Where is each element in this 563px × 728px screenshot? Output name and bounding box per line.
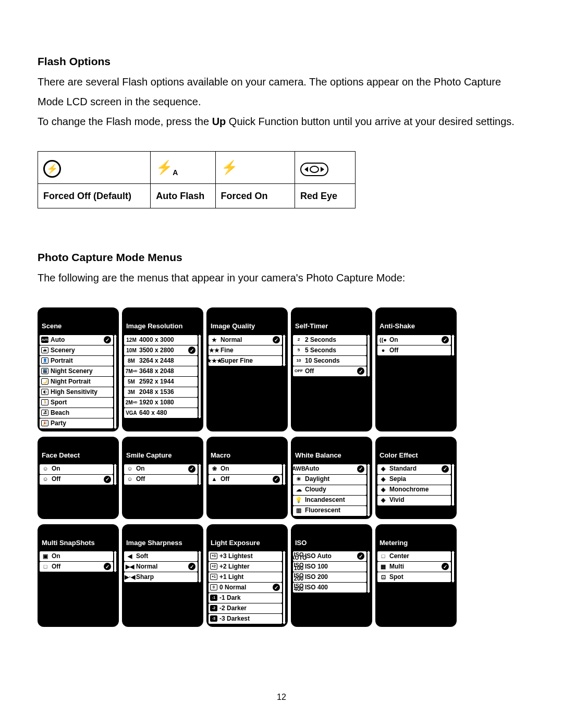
menu-item[interactable]: 3M 2048 x 1536 (124, 387, 198, 397)
menu-item[interactable]: 12M 4000 x 3000 (124, 335, 198, 345)
menu-item[interactable]: ❀ On (209, 464, 282, 474)
menu-item[interactable]: ▶◀ Normal ✓ (124, 562, 198, 572)
scrollbar[interactable] (283, 464, 285, 485)
menu-item[interactable]: ▲ Off ✓ (209, 475, 282, 485)
selected-check-icon: ✓ (104, 476, 111, 483)
menu-item[interactable]: ⊡ Spot (377, 572, 451, 582)
menu-item[interactable]: 🏖 Beach (40, 408, 113, 418)
red-eye-icon (300, 163, 328, 176)
menu-item[interactable]: 10 10 Seconds (293, 356, 366, 366)
menu-item[interactable]: 2MHD 1920 x 1080 (124, 398, 198, 408)
menu-item[interactable]: ◈ Standard ✓ (377, 464, 451, 474)
menu-item[interactable]: ★★★ Super Fine (209, 356, 282, 366)
selected-check-icon: ✓ (273, 476, 280, 483)
menu-item[interactable]: 🌃 Night Scenery (40, 366, 113, 376)
menu-item[interactable]: ★ Normal ✓ (209, 335, 282, 345)
menu-item[interactable]: AUTO Auto ✓ (40, 335, 113, 345)
menu-item[interactable]: -1 -1 Dark (209, 593, 282, 603)
menu-item[interactable]: ☺ On (40, 464, 113, 474)
menu-item[interactable]: ● Off (377, 346, 451, 355)
selected-check-icon: ✓ (442, 465, 449, 473)
scrollbar[interactable] (199, 551, 201, 582)
menu-item-label: ISO 400 (305, 582, 365, 594)
flash-on-label: Forced On (215, 184, 295, 208)
item-icon: ☀ (295, 474, 303, 485)
menu-item[interactable]: 7MHD 3648 x 2048 (124, 366, 198, 376)
menu-item[interactable]: +3 +3 Lightest (209, 551, 282, 561)
menu-item[interactable]: -2 -2 Darker (209, 603, 282, 613)
item-icon: AWB (295, 463, 303, 474)
menu-item[interactable]: 💡 Incandescent (293, 496, 366, 505)
selected-check-icon: ✓ (357, 367, 364, 375)
menu-item[interactable]: 10M 3500 x 2800 ✓ (124, 346, 198, 355)
menu-item[interactable]: ◀ Soft (124, 551, 198, 561)
menu-item[interactable]: VGA 640 x 480 (124, 408, 198, 418)
menu-item[interactable]: ((● On ✓ (377, 335, 451, 345)
scrollbar[interactable] (114, 551, 116, 572)
menu-item[interactable]: ★★ Fine (209, 346, 282, 355)
menu-item[interactable]: 0 0 Normal ✓ (209, 583, 282, 593)
scrollbar[interactable] (114, 464, 116, 485)
menu-title: Image Sharpness (124, 536, 201, 552)
menu-macro: Macro ❀ On ▲ Off ✓ (206, 437, 288, 519)
scrollbar[interactable] (452, 335, 454, 355)
menu-item[interactable]: □ Center (377, 551, 451, 561)
menu-item[interactable]: ☀ Daylight (293, 475, 366, 485)
menu-item[interactable]: ◐ High Sensitivity (40, 387, 113, 397)
menu-item[interactable]: ☺ On ✓ (124, 464, 198, 474)
menu-item[interactable]: ☺ Off (124, 475, 198, 485)
menu-item[interactable]: □ Off ✓ (40, 562, 113, 572)
menu-item[interactable]: ISO100 ISO 100 (293, 562, 366, 572)
menu-item[interactable]: ▥ Fluorescent (293, 506, 366, 516)
menu-item[interactable]: ☁ Cloudy (293, 485, 366, 495)
resolution-prefix-icon: 5M (126, 377, 137, 387)
scrollbar[interactable] (199, 464, 201, 485)
scrollbar[interactable] (452, 464, 454, 505)
menu-item[interactable]: ISO200 ISO 200 (293, 572, 366, 582)
menu-item[interactable]: ▦ Multi ✓ (377, 562, 451, 572)
bold-up: Up (212, 116, 226, 127)
menu-item[interactable]: ☺ Off ✓ (40, 475, 113, 485)
menu-item-label: Fluorescent (305, 504, 365, 516)
scrollbar[interactable] (368, 464, 370, 516)
scrollbar[interactable] (368, 551, 370, 593)
item-icon: □ (41, 561, 50, 572)
menu-title: Macro (209, 448, 286, 464)
menu-item[interactable]: +1 +1 Light (209, 572, 282, 582)
scrollbar[interactable] (283, 335, 285, 366)
scrollbar[interactable] (368, 335, 370, 376)
menu-item[interactable]: ISO400 ISO 400 (293, 583, 366, 593)
menu-item[interactable]: 2 2 Seconds (293, 335, 366, 345)
scrollbar[interactable] (283, 551, 285, 624)
menu-item[interactable]: ▶·◀ Sharp (124, 572, 198, 582)
menu-item[interactable]: ▣ On (40, 551, 113, 561)
menu-item[interactable]: AWB Auto ✓ (293, 464, 366, 474)
menu-item[interactable]: +2 +2 Lighter (209, 562, 282, 572)
scrollbar[interactable] (199, 335, 201, 418)
menu-whitebalance: White Balance AWB Auto ✓ ☀ Daylight ☁ Cl… (291, 437, 372, 519)
menu-item-label: Off (221, 473, 271, 485)
menu-item[interactable]: 🏃 Sport (40, 398, 113, 408)
menu-item[interactable]: ISOAUTO ISO Auto ✓ (293, 551, 366, 561)
menu-item[interactable]: 🎉 Party (40, 418, 113, 428)
menu-antishake: Anti-Shake ((● On ✓ ● Off (375, 307, 457, 431)
menu-item[interactable]: ◈ Vivid (377, 496, 451, 505)
menu-item[interactable]: OFF Off ✓ (293, 366, 366, 376)
scrollbar[interactable] (452, 551, 454, 582)
scrollbar[interactable] (114, 335, 116, 428)
menu-item[interactable]: 5 5 Seconds (293, 346, 366, 355)
menu-item[interactable]: 5M 2592 x 1944 (124, 377, 198, 387)
menu-item[interactable]: ◈ Monochrome (377, 485, 451, 495)
menu-item[interactable]: -3 -3 Darkest (209, 614, 282, 624)
menu-item[interactable]: 🌙 Night Portrait (40, 377, 113, 387)
menu-tab-icon (297, 310, 312, 319)
menu-tab-icon (213, 439, 227, 448)
menu-item[interactable]: 👤 Portrait (40, 356, 113, 366)
menu-item[interactable]: ⛰ Scenery (40, 346, 113, 355)
scene-icon: ◐ (41, 389, 48, 395)
menu-quality: Image Quality ★ Normal ✓ ★★ Fine ★★★ Sup… (206, 307, 288, 431)
exposure-step-icon: +3 (210, 553, 217, 559)
menu-item[interactable]: ◈ Sepia (377, 475, 451, 485)
menu-item[interactable]: 8M 3264 x 2448 (124, 356, 198, 366)
flash-auto-icon: ⚡A (156, 155, 178, 180)
